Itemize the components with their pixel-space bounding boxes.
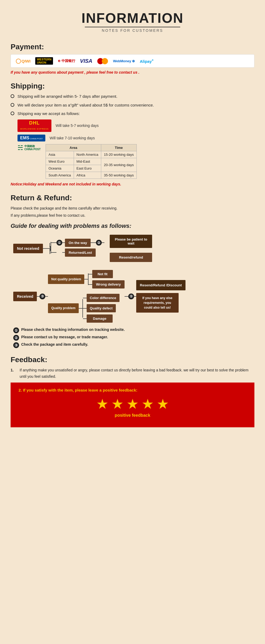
h-wd bbox=[89, 284, 92, 285]
dhl-label: Will take 5-7 working days bbox=[56, 123, 99, 128]
qp-sub1: Color difference Quality defect Damage bbox=[82, 294, 120, 323]
western-union-logo: WESTERNUNION bbox=[35, 57, 53, 65]
fn-badge-2: ② bbox=[13, 335, 19, 341]
footnote-2: ② Please contact us by message, or trade… bbox=[13, 335, 254, 341]
shipping-notice: Notice:Holiday and Weekend are not inclu… bbox=[11, 182, 254, 186]
flow-diagram: Not received bbox=[11, 235, 254, 323]
nr-top-row: ① On the way ② Returned/Lost bbox=[51, 239, 104, 257]
feedback-num-1: 1. bbox=[11, 367, 16, 380]
table-header-time: Time bbox=[101, 144, 136, 151]
feedback-text-2: If you satisfy with the item, please lea… bbox=[23, 388, 138, 392]
chinapost-text: 中国邮政CHINA POST bbox=[24, 145, 41, 151]
h-conn-right bbox=[125, 296, 128, 297]
nqp-sub: Not fit Wrong delivery bbox=[88, 270, 125, 288]
header-subtitle: NOTES FOR CUSTOMERS bbox=[11, 28, 254, 33]
not-fit-box: Not fit bbox=[92, 270, 113, 278]
table-row: South America Africa 35-50 working days bbox=[46, 172, 137, 179]
on-the-way-box: On the way bbox=[65, 239, 91, 247]
returned-lost-box: Returned/Lost bbox=[65, 248, 96, 257]
shipping-ways: DHLWORLDWIDE EXPRESS Will take 5-7 worki… bbox=[17, 119, 254, 179]
time-2: 20-35 working days bbox=[101, 158, 136, 172]
please-wait-box: Please be patient to wait bbox=[110, 235, 152, 248]
fn-badge-3: ③ bbox=[13, 342, 19, 348]
area-3b: East Euro bbox=[74, 165, 101, 172]
table-header-area: Area bbox=[46, 144, 101, 151]
chinapost-row: ☵ 中国邮政CHINA POST Area Time Asia North Am… bbox=[17, 144, 254, 179]
recv-right-boxes: Resend/Refund /Discount If you have any … bbox=[136, 280, 186, 313]
spacer-num bbox=[56, 250, 62, 255]
star-1: ★ bbox=[96, 396, 109, 412]
stars-row: ★ ★ ★ ★ ★ bbox=[19, 396, 246, 412]
resend-refund-discount-box: Resend/Refund /Discount bbox=[136, 280, 186, 291]
h1b bbox=[62, 242, 65, 243]
bullet-icon-1 bbox=[11, 94, 14, 98]
shipping-bullet-1: Shipping will be arranged within 5- 7 da… bbox=[11, 94, 254, 100]
h-connector-1 bbox=[43, 248, 50, 249]
star-4: ★ bbox=[142, 396, 154, 412]
dmg-row: Damage bbox=[83, 314, 120, 323]
payment-logos: ◯QIWI WESTERNUNION ⊕ 中国银行 VISA ⬤⬤ WebMon… bbox=[11, 54, 254, 68]
dhl-badge: DHLWORLDWIDE EXPRESS bbox=[17, 119, 51, 132]
guide-heading: Guide for dealing with problems as follo… bbox=[11, 223, 254, 229]
h2b bbox=[62, 252, 65, 253]
color-diff-box: Color difference bbox=[87, 294, 120, 302]
footnotes: ① Please check the tracking information … bbox=[13, 327, 254, 348]
not-received-box: Not received bbox=[13, 244, 43, 253]
nr-branches: ① On the way ② Returned/Lost bbox=[51, 239, 104, 258]
qp-sub: Color difference Quality defect Damage bbox=[82, 294, 120, 323]
num-2b: ② bbox=[128, 294, 134, 299]
table-row: West Euro Mid-East 20-35 working days bbox=[46, 158, 137, 165]
quality-defect-box: Quality defect bbox=[87, 304, 116, 312]
fn-text-2: Please contact us by message, or trade m… bbox=[21, 335, 108, 339]
nr-row2: Returned/Lost bbox=[51, 248, 104, 257]
time-1: 15-20 working days bbox=[101, 151, 136, 158]
nr-right-boxes: Please be patient to wait Resend/refund bbox=[110, 235, 152, 262]
positive-feedback-label: positive feedback bbox=[19, 413, 246, 422]
nqp-row: Not quality problem Not fit bbox=[48, 270, 124, 288]
feedback-highlight-box: 2. If you satisfy with the item, please … bbox=[11, 383, 254, 427]
shipping-bullet-3: Shipping way we accept as follows: bbox=[11, 111, 254, 117]
h2 bbox=[51, 252, 56, 253]
header-underline bbox=[85, 27, 180, 27]
received-flow: Received ③ Not quality problem bbox=[11, 270, 254, 323]
ems-badge: EMS CHINA POST bbox=[17, 135, 45, 141]
wd-row: Wrong delivery bbox=[89, 280, 125, 288]
damage-box: Damage bbox=[87, 314, 113, 323]
area-2a: West Euro bbox=[46, 158, 74, 165]
chinapost-table: Area Time Asia North America 15-20 worki… bbox=[46, 144, 137, 179]
qd-row: Quality defect bbox=[83, 304, 120, 312]
h-cd bbox=[83, 298, 87, 298]
shipping-bullet-list: Shipping will be arranged within 5- 7 da… bbox=[11, 94, 254, 117]
area-3a: Oceania bbox=[46, 165, 74, 172]
refund-intro-2: If any problems,please feel free to cont… bbox=[11, 212, 254, 218]
h1 bbox=[51, 242, 56, 243]
shipping-heading: Shipping: bbox=[11, 82, 254, 90]
feedback-item-2-label: 2. If you satisfy with the item, please … bbox=[19, 388, 246, 392]
h1d bbox=[102, 242, 104, 243]
area-1b: North America bbox=[74, 151, 101, 158]
fn-text-3: Check the package and item carefully. bbox=[21, 342, 88, 347]
feedback-heading: Feedback: bbox=[11, 356, 254, 364]
h-qd bbox=[83, 308, 87, 309]
cd-row: Color difference bbox=[83, 294, 120, 302]
nr-row1: ① On the way ② bbox=[51, 239, 104, 247]
dhl-row: DHLWORLDWIDE EXPRESS Will take 5-7 worki… bbox=[17, 119, 254, 132]
wrong-delivery-box: Wrong delivery bbox=[92, 280, 125, 288]
received-box: Received bbox=[13, 292, 37, 301]
num-2a: ② bbox=[96, 240, 102, 246]
nf-row: Not fit bbox=[89, 270, 125, 278]
area-4b: Africa bbox=[74, 172, 101, 179]
not-quality-box: Not quality problem bbox=[48, 274, 84, 284]
shipping-bullet-2: We will declare your item as a"gift" val… bbox=[11, 102, 254, 108]
page-wrapper: INFORMATION NOTES FOR CUSTOMERS Payment:… bbox=[0, 0, 265, 438]
star-3: ★ bbox=[126, 396, 139, 412]
visa-logo: VISA bbox=[80, 58, 92, 64]
quality-problem-box: Quality problem bbox=[48, 303, 78, 313]
requirements-box: If you have any else requirements, you c… bbox=[136, 293, 179, 313]
h-nqp bbox=[84, 279, 88, 279]
nr-both: ① On the way ② Returned/Lost bbox=[51, 239, 104, 257]
mastercard-logo: ⬤⬤ bbox=[97, 57, 108, 64]
china-bank-logo: ⊕ 中国银行 bbox=[58, 59, 75, 63]
refund-heading: Return & Refund: bbox=[11, 194, 254, 202]
ems-row: EMS CHINA POST Will take 7-10 working da… bbox=[17, 135, 254, 141]
